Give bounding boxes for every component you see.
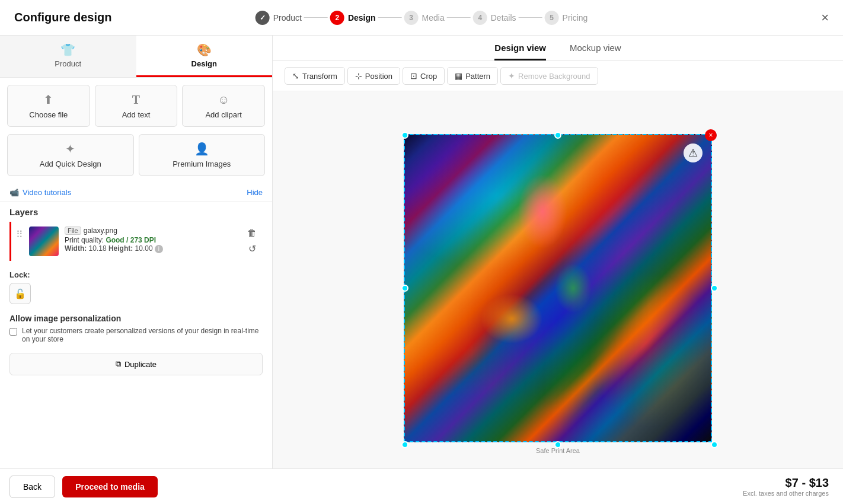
delete-layer-button[interactable]: 🗑 [246, 227, 258, 240]
premium-images-icon: 👤 [194, 142, 209, 156]
bottom-bar: Back Proceed to media [0, 468, 273, 504]
step-details[interactable]: 4 Details [473, 11, 516, 25]
layer-quality: Print quality: Good / 273 DPI [65, 236, 240, 244]
pattern-button[interactable]: ▦ Pattern [447, 67, 498, 85]
position-icon: ⊹ [355, 71, 362, 81]
step-pricing-label: Pricing [563, 13, 588, 23]
header: Configure design ✓ Product 2 Design 3 Me… [0, 0, 843, 36]
position-button[interactable]: ⊹ Position [347, 67, 400, 85]
personalization-checkbox-row: Let your customers create personalized v… [9, 327, 263, 343]
design-canvas: × ⚠ Safe Print Area [404, 134, 712, 442]
add-text-button[interactable]: T Add text [95, 85, 178, 127]
layer-actions: 🗑 ↺ [246, 227, 258, 256]
add-quick-design-button[interactable]: ✦ Add Quick Design [7, 134, 134, 176]
transform-icon: ⤡ [292, 71, 299, 81]
pattern-label: Pattern [465, 72, 490, 81]
transform-button[interactable]: ⤡ Transform [285, 67, 345, 85]
personalization-section: Allow image personalization Let your cus… [0, 309, 272, 348]
lock-section: Lock: 🔓 [0, 266, 272, 309]
stepper: ✓ Product 2 Design 3 Media 4 Details 5 P… [256, 11, 588, 25]
quality-value: Good / 273 DPI [106, 236, 156, 244]
filename-text: galaxy.png [84, 227, 117, 235]
choose-file-button[interactable]: ⬆ Choose file [7, 85, 90, 127]
design-image[interactable] [404, 134, 712, 442]
product-tab-icon: 👕 [60, 43, 75, 57]
price-range: $7 - $13 [785, 476, 829, 490]
tab-design-view[interactable]: Design view [494, 43, 546, 60]
refresh-layer-button[interactable]: ↺ [246, 242, 258, 256]
remove-bg-icon: ✦ [508, 71, 515, 81]
text-icon: T [132, 93, 140, 107]
page-title: Configure design [14, 11, 111, 24]
layers-section: Layers ⠿ File galaxy.png Print quality: … [0, 202, 272, 266]
safe-print-area-label: Safe Print Area [536, 447, 580, 454]
quick-design-icon: ✦ [65, 142, 75, 156]
premium-images-button[interactable]: 👤 Premium Images [139, 134, 266, 176]
add-clipart-label: Add clipart [205, 110, 241, 119]
crop-button[interactable]: ⊡ Crop [403, 67, 445, 85]
step-media-label: Media [422, 13, 445, 23]
step-divider-2 [378, 17, 402, 18]
personalization-checkbox[interactable] [9, 328, 17, 336]
crop-icon: ⊡ [410, 71, 417, 81]
video-tutorials-row: 📹 Video tutorials Hide [0, 183, 272, 202]
price-note: Excl. taxes and other charges [743, 490, 829, 497]
personalization-title: Allow image personalization [9, 314, 263, 323]
add-text-label: Add text [122, 110, 151, 119]
video-tutorials-link[interactable]: 📹 Video tutorials [9, 188, 71, 197]
duplicate-button[interactable]: ⧉ Duplicate [9, 353, 263, 375]
pricing-bar: $7 - $13 Excl. taxes and other charges [273, 468, 843, 504]
step-divider-4 [519, 17, 542, 18]
remove-background-button[interactable]: ✦ Remove Background [500, 67, 598, 85]
step-divider-1 [304, 17, 328, 18]
remove-background-label: Remove Background [518, 72, 590, 81]
layers-title: Layers [9, 207, 263, 217]
step-design-circle: 2 [330, 11, 344, 25]
step-product-circle: ✓ [256, 11, 270, 25]
view-tabs: Design view Mockup view [273, 36, 843, 61]
step-product-label: Product [273, 13, 302, 23]
lock-icon: 🔓 [14, 288, 26, 299]
crop-label: Crop [420, 72, 437, 81]
design-toolbar: ⤡ Transform ⊹ Position ⊡ Crop ▦ Pattern … [273, 61, 843, 91]
step-design[interactable]: 2 Design [330, 11, 376, 25]
close-button[interactable]: × [821, 10, 829, 25]
upload-icon: ⬆ [43, 92, 53, 107]
step-divider-3 [447, 17, 471, 18]
canvas-container: × ⚠ Safe Print Area [273, 91, 843, 485]
tool-grid-row2: ✦ Add Quick Design 👤 Premium Images [0, 134, 272, 183]
pattern-icon: ▦ [455, 71, 462, 81]
position-label: Position [365, 72, 392, 81]
tab-mockup-view[interactable]: Mockup view [570, 43, 621, 60]
video-camera-icon: 📹 [9, 188, 19, 197]
add-quick-design-label: Add Quick Design [40, 160, 101, 168]
transform-label: Transform [302, 72, 337, 81]
back-button[interactable]: Back [9, 476, 55, 498]
canvas-area: Design view Mockup view ⤡ Transform ⊹ Po… [273, 36, 843, 504]
dims-info-icon[interactable]: i [155, 245, 163, 253]
tool-grid-row1: ⬆ Choose file T Add text ☺ Add clipart [0, 78, 272, 134]
step-pricing[interactable]: 5 Pricing [545, 11, 588, 25]
step-pricing-circle: 5 [545, 11, 559, 25]
drag-handle-icon[interactable]: ⠿ [16, 229, 23, 240]
tab-product[interactable]: 👕 Product [0, 36, 136, 77]
layer-item: ⠿ File galaxy.png Print quality: Good / … [9, 222, 263, 261]
layer-thumbnail [29, 227, 59, 256]
file-badge: File [65, 227, 81, 235]
tab-design[interactable]: 🎨 Design [136, 36, 273, 77]
step-product[interactable]: ✓ Product [256, 11, 302, 25]
proceed-button[interactable]: Proceed to media [62, 476, 158, 497]
sidebar: 👕 Product 🎨 Design ⬆ Choose file T Add t… [0, 36, 273, 504]
tab-design-label: Design [191, 59, 217, 68]
video-tutorials-label: Video tutorials [23, 188, 71, 197]
step-details-circle: 4 [473, 11, 487, 25]
lock-button[interactable]: 🔓 [9, 283, 31, 304]
duplicate-icon: ⧉ [116, 359, 121, 369]
design-tab-icon: 🎨 [197, 43, 212, 57]
step-media[interactable]: 3 Media [404, 11, 445, 25]
add-clipart-button[interactable]: ☺ Add clipart [182, 85, 265, 127]
layer-filename-row: File galaxy.png [65, 227, 240, 235]
hide-link[interactable]: Hide [247, 188, 263, 197]
clipart-icon: ☺ [218, 93, 229, 107]
tab-row: 👕 Product 🎨 Design [0, 36, 272, 78]
